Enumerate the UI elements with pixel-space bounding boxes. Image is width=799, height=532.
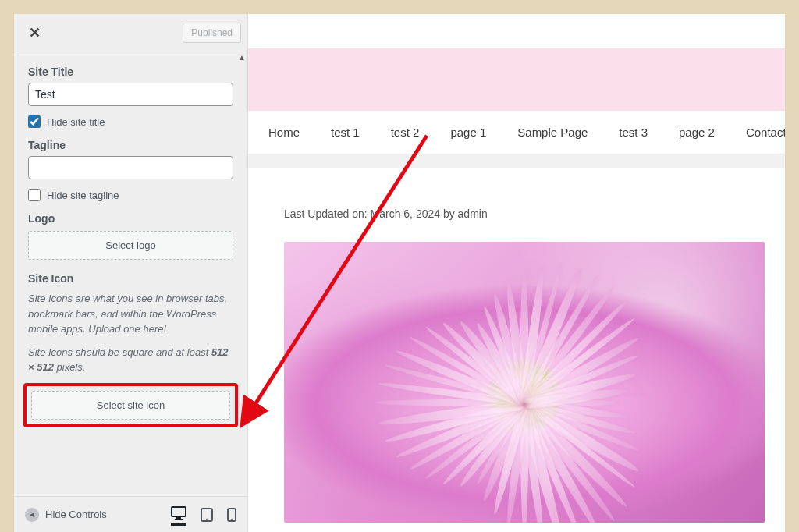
nav-item-sample[interactable]: Sample Page xyxy=(517,126,588,139)
hide-tagline-row: Hide site tagline xyxy=(28,189,233,201)
nav-item-test3[interactable]: test 3 xyxy=(619,126,648,139)
customizer-sidebar: ✕ Published ▲ Site Title Hide site title… xyxy=(14,14,248,532)
tagline-label: Tagline xyxy=(28,139,233,151)
site-icon-description-1: Site Icons are what you see in browser t… xyxy=(28,291,233,337)
mobile-preview-icon[interactable] xyxy=(227,508,236,522)
select-logo-button[interactable]: Select logo xyxy=(28,231,233,260)
site-title-label: Site Title xyxy=(28,66,233,78)
hide-controls-label: Hide Controls xyxy=(45,509,107,520)
svg-point-6 xyxy=(231,518,233,520)
svg-rect-1 xyxy=(176,517,181,519)
hide-controls-button[interactable]: ◄ Hide Controls xyxy=(25,508,107,522)
site-title-input[interactable] xyxy=(28,83,233,106)
hide-site-title-row: Hide site title xyxy=(28,115,233,128)
nav-item-contact[interactable]: Contact xyxy=(746,126,785,139)
svg-rect-2 xyxy=(175,519,183,520)
site-icon-section-label: Site Icon xyxy=(28,272,233,285)
preview-content: Last Updated on: March 6, 2024 by admin xyxy=(248,168,785,523)
tagline-input[interactable] xyxy=(28,156,233,179)
preview-spacer xyxy=(248,154,785,168)
published-button[interactable]: Published xyxy=(183,23,241,43)
nav-item-page2[interactable]: page 2 xyxy=(679,126,715,139)
close-button[interactable]: ✕ xyxy=(20,19,48,47)
nav-item-page1[interactable]: page 1 xyxy=(450,126,486,139)
post-meta: Last Updated on: March 6, 2024 by admin xyxy=(284,207,765,220)
featured-image xyxy=(284,242,765,523)
collapse-icon: ◄ xyxy=(25,508,39,522)
site-icon-desc2-a: Site Icons should be square and at least xyxy=(28,346,211,358)
device-preview-switcher xyxy=(171,506,236,523)
select-site-icon-button[interactable]: Select site icon xyxy=(31,391,230,420)
close-icon: ✕ xyxy=(29,24,41,41)
nav-item-home[interactable]: Home xyxy=(268,126,300,139)
site-icon-desc2-c: pixels. xyxy=(54,361,85,373)
hide-site-title-checkbox[interactable] xyxy=(28,115,41,128)
preview-header-band xyxy=(248,48,785,111)
preview-nav: Home test 1 test 2 page 1 Sample Page te… xyxy=(248,111,785,154)
sidebar-footer: ◄ Hide Controls xyxy=(14,496,247,532)
site-preview: Home test 1 test 2 page 1 Sample Page te… xyxy=(248,14,785,532)
svg-point-4 xyxy=(206,518,208,520)
site-icon-description-2: Site Icons should be square and at least… xyxy=(28,345,233,375)
sidebar-content[interactable]: Site Title Hide site title Tagline Hide … xyxy=(14,51,247,496)
tablet-preview-icon[interactable] xyxy=(201,508,213,522)
logo-section-label: Logo xyxy=(28,212,233,225)
svg-rect-0 xyxy=(172,507,186,516)
nav-item-test2[interactable]: test 2 xyxy=(391,126,420,139)
sidebar-header: ✕ Published xyxy=(14,14,247,51)
hide-tagline-label: Hide site tagline xyxy=(47,190,119,201)
hide-site-title-label: Hide site title xyxy=(47,116,105,128)
nav-item-test1[interactable]: test 1 xyxy=(331,126,360,139)
desktop-preview-icon[interactable] xyxy=(171,506,186,526)
select-site-icon-highlight: Select site icon xyxy=(23,383,238,427)
customizer-app: ✕ Published ▲ Site Title Hide site title… xyxy=(14,14,785,532)
hide-tagline-checkbox[interactable] xyxy=(28,189,41,201)
